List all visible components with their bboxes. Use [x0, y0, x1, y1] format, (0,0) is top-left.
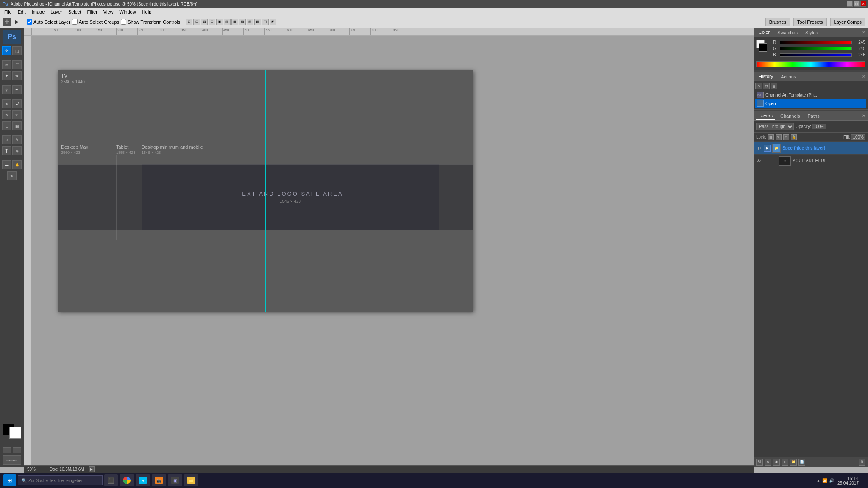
- minimize-button[interactable]: ─: [847, 1, 853, 7]
- quick-selection-tool[interactable]: ⁜: [12, 71, 22, 80]
- tray-icon-1[interactable]: ▲: [816, 478, 821, 483]
- lock-all-icon[interactable]: 🔒: [791, 134, 797, 140]
- add-mask-icon[interactable]: ◉: [773, 459, 780, 466]
- menu-layer[interactable]: Layer: [48, 8, 65, 15]
- crop-tool[interactable]: ⊹: [2, 85, 11, 94]
- add-style-icon[interactable]: fx: [765, 459, 771, 466]
- background-color[interactable]: [9, 427, 21, 439]
- align-middle-icon[interactable]: ▣: [216, 19, 223, 25]
- menu-filter[interactable]: Filter: [84, 8, 100, 15]
- pen-tool[interactable]: ✎: [12, 135, 22, 144]
- network-icon[interactable]: 📶: [822, 478, 827, 483]
- layer-comps-tab[interactable]: Layer Comps: [830, 18, 865, 26]
- menu-edit[interactable]: Edit: [15, 8, 28, 15]
- standard-screen-mode[interactable]: ▭▭▭: [3, 455, 21, 465]
- auto-select-layer-label[interactable]: Auto Select Layer: [27, 19, 70, 25]
- background-color-picker[interactable]: [759, 43, 767, 52]
- new-document-icon[interactable]: ⊟: [763, 83, 770, 89]
- taskbar-app-1[interactable]: e: [136, 474, 150, 486]
- channels-tab-btn[interactable]: Channels: [778, 113, 802, 119]
- rectangle-tool[interactable]: ▬: [2, 160, 11, 169]
- show-transform-controls-label[interactable]: Show Transform Controls: [121, 19, 180, 25]
- distribute-left-icon[interactable]: ▦: [231, 19, 238, 25]
- artboard-tool[interactable]: ⬚: [12, 46, 22, 55]
- menu-file[interactable]: File: [2, 8, 14, 15]
- quick-mask-icon[interactable]: [13, 447, 21, 453]
- layer-visibility-eye[interactable]: 👁: [755, 158, 762, 164]
- create-fill-icon[interactable]: ⊕: [782, 459, 788, 466]
- standard-mode-icon[interactable]: [3, 447, 11, 453]
- layers-panel-close[interactable]: ✕: [862, 114, 865, 118]
- new-layer-icon[interactable]: 📄: [798, 459, 805, 466]
- styles-tab[interactable]: Styles: [803, 29, 821, 36]
- history-panel-close[interactable]: ✕: [862, 74, 865, 79]
- move-tool[interactable]: ✛: [2, 46, 11, 55]
- maximize-button[interactable]: □: [854, 1, 860, 7]
- align-center-icon[interactable]: ⊟: [193, 19, 200, 25]
- clone-stamp-tool[interactable]: ⊗: [2, 110, 11, 119]
- layer-folder-toggle[interactable]: ▶: [764, 145, 771, 152]
- swatches-tab[interactable]: Swatches: [775, 29, 800, 36]
- history-item[interactable]: PS Channel Art Template (Ph...: [755, 91, 866, 99]
- menu-select[interactable]: Select: [66, 8, 84, 15]
- delete-state-icon[interactable]: 🗑: [771, 83, 777, 89]
- dodge-tool[interactable]: ○: [2, 135, 11, 144]
- paths-tab-btn[interactable]: Paths: [805, 113, 822, 119]
- distribute-right-icon[interactable]: ▨: [247, 19, 253, 25]
- fill-value[interactable]: 100%: [851, 134, 865, 140]
- color-tab[interactable]: Color: [756, 29, 772, 36]
- healing-brush-tool[interactable]: ⊕: [2, 99, 11, 108]
- path-selection-tool[interactable]: ◈: [12, 146, 22, 155]
- new-snapshot-icon[interactable]: ⊕: [755, 83, 762, 89]
- auto-select-groups-label[interactable]: Auto Select Groups: [72, 19, 119, 25]
- gradient-tool[interactable]: ▦: [12, 121, 22, 130]
- show-transform-controls-checkbox[interactable]: [121, 19, 126, 25]
- zoom-tool[interactable]: ⊕: [7, 171, 17, 180]
- status-info-btn[interactable]: ▶: [89, 466, 95, 472]
- chrome-button[interactable]: [120, 474, 134, 486]
- menu-view[interactable]: View: [101, 8, 116, 15]
- auto-select-layer-checkbox[interactable]: [27, 19, 32, 25]
- magic-wand-tool[interactable]: ✦: [2, 71, 11, 80]
- actions-tab[interactable]: Actions: [778, 73, 798, 80]
- brush-tool[interactable]: 🖌: [12, 99, 22, 108]
- distribute-top-icon[interactable]: ▩: [254, 19, 261, 25]
- distribute-center-icon[interactable]: ▧: [239, 19, 246, 25]
- color-spectrum[interactable]: [756, 61, 865, 67]
- eraser-tool[interactable]: ◻: [2, 121, 11, 130]
- distribute-bottom-icon[interactable]: ◩: [270, 19, 276, 25]
- lock-transparent-icon[interactable]: ▦: [768, 134, 774, 140]
- start-button[interactable]: ⊞: [3, 474, 16, 486]
- lock-pixels-icon[interactable]: ✎: [776, 134, 782, 140]
- close-button[interactable]: ✕: [860, 1, 866, 7]
- tool-presets-tab[interactable]: Tool Presets: [793, 18, 827, 26]
- layer-visibility-eye[interactable]: 👁: [755, 145, 762, 152]
- align-bottom-icon[interactable]: ▥: [224, 19, 231, 25]
- auto-select-groups-checkbox[interactable]: [72, 19, 78, 25]
- volume-icon[interactable]: 🔊: [829, 478, 834, 483]
- distribute-middle-icon[interactable]: ◫: [262, 19, 269, 25]
- hand-tool[interactable]: ✋: [12, 160, 22, 169]
- menu-window[interactable]: Window: [117, 8, 139, 15]
- align-left-icon[interactable]: ⊞: [186, 19, 192, 25]
- lasso-tool[interactable]: ⌒: [12, 60, 22, 69]
- b-slider[interactable]: [780, 53, 852, 57]
- delete-layer-icon[interactable]: 🗑: [859, 459, 865, 466]
- task-view-button[interactable]: ⬛: [104, 474, 118, 486]
- history-item-active[interactable]: ↑ Open: [755, 99, 866, 108]
- r-slider[interactable]: [780, 41, 852, 44]
- opacity-value[interactable]: 100%: [812, 124, 826, 129]
- window-controls[interactable]: ─ □ ✕: [847, 1, 866, 7]
- brushes-tab[interactable]: Brushes: [765, 18, 790, 26]
- history-brush-tool[interactable]: ↩: [12, 110, 22, 119]
- color-panel-close[interactable]: ✕: [862, 30, 865, 35]
- layer-art[interactable]: 👁 ■ YOUR ART HERE: [754, 155, 868, 167]
- history-tab[interactable]: History: [756, 73, 776, 80]
- layers-tab-btn[interactable]: Layers: [756, 112, 775, 120]
- layer-spec[interactable]: 👁 ▶ 📁 Spec {hide this layer}: [754, 142, 868, 155]
- lock-position-icon[interactable]: ✛: [783, 134, 789, 140]
- file-explorer-button[interactable]: 📁: [184, 474, 198, 486]
- align-right-icon[interactable]: ⊠: [201, 19, 208, 25]
- align-top-icon[interactable]: ⊡: [209, 19, 215, 25]
- menu-image[interactable]: Image: [29, 8, 47, 15]
